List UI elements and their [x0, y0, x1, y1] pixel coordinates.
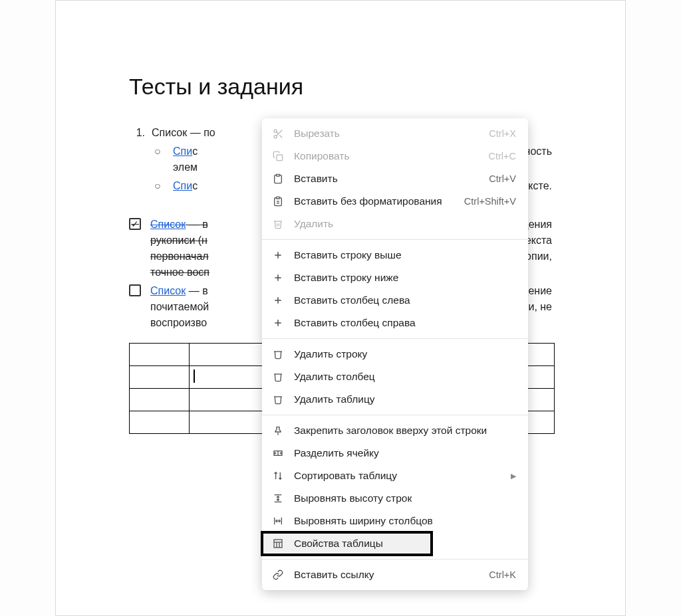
context-menu: Вырезать Ctrl+X Копировать Ctrl+C Встави… [262, 118, 528, 590]
trash-icon [271, 394, 285, 405]
link-text[interactable]: Список [150, 219, 186, 230]
copy-icon [271, 151, 285, 161]
svg-rect-6 [276, 174, 279, 176]
plus-icon [271, 318, 285, 328]
checkbox-checked-icon[interactable]: ✓ [129, 218, 141, 230]
cut-icon [271, 128, 285, 140]
menu-sort-table[interactable]: Сортировать таблицу ▶ [262, 464, 528, 487]
doc-title: Тесты и задания [129, 74, 552, 100]
menu-delete[interactable]: Удалить [262, 213, 528, 235]
trash-icon [271, 371, 285, 382]
checkbox-unchecked-icon[interactable] [129, 284, 141, 296]
link-text[interactable]: Спи [173, 180, 192, 191]
svg-line-3 [279, 135, 282, 138]
list-text-tail: — по [187, 127, 215, 138]
menu-insert-link[interactable]: Вставить ссылку Ctrl+K [262, 564, 528, 586]
menu-separator [262, 415, 528, 415]
menu-distribute-rows[interactable]: Выровнять высоту строк [262, 487, 528, 510]
text-tail: екста [525, 233, 552, 249]
menu-copy[interactable]: Копировать Ctrl+C [262, 145, 528, 167]
svg-rect-5 [277, 155, 283, 161]
trash-icon [271, 219, 285, 229]
menu-insert-row-below[interactable]: Вставить строку ниже [262, 266, 528, 289]
list-number: 1. [129, 125, 152, 141]
svg-rect-7 [276, 197, 279, 199]
menu-insert-col-right[interactable]: Вставить столбец справа [262, 312, 528, 334]
svg-line-4 [276, 132, 278, 134]
text-cursor [194, 369, 195, 383]
menu-delete-col[interactable]: Удалить столбец [262, 365, 528, 388]
menu-separator [262, 239, 528, 240]
menu-distribute-cols[interactable]: Выровнять ширину столбцов [262, 510, 528, 532]
link-text[interactable]: Список [150, 285, 186, 296]
paste-plain-icon [271, 196, 285, 207]
svg-rect-28 [274, 540, 282, 548]
menu-cut[interactable]: Вырезать Ctrl+X [262, 122, 528, 145]
menu-delete-table[interactable]: Удалить таблицу [262, 388, 528, 411]
menu-paste[interactable]: Вставить Ctrl+V [262, 167, 528, 190]
menu-insert-row-above[interactable]: Вставить строку выше [262, 244, 528, 266]
svg-point-0 [274, 130, 277, 132]
split-cell-icon [271, 448, 285, 459]
menu-paste-plain[interactable]: Вставить без форматирования Ctrl+Shift+V [262, 190, 528, 213]
distribute-cols-icon [271, 516, 285, 526]
svg-point-1 [274, 135, 277, 138]
list-text: Список [152, 127, 187, 138]
plus-icon [271, 250, 285, 260]
distribute-rows-icon [271, 493, 285, 504]
menu-delete-row[interactable]: Удалить строку [262, 343, 528, 365]
menu-separator [262, 559, 528, 560]
menu-split-cell[interactable]: Разделить ячейку [262, 442, 528, 464]
document-page: Тесты и задания 1. Список — по ○ Спис ат… [55, 0, 626, 616]
menu-pin-header[interactable]: Закрепить заголовок вверху этой строки [262, 419, 528, 442]
pin-icon [271, 425, 285, 436]
table-icon [271, 538, 285, 549]
link-text[interactable]: Спи [173, 146, 192, 157]
link-icon [271, 569, 285, 580]
menu-insert-col-left[interactable]: Вставить столбец слева [262, 289, 528, 312]
plus-icon [271, 295, 285, 306]
bullet-icon: ○ [154, 144, 173, 175]
sort-icon [271, 470, 285, 481]
trash-icon [271, 349, 285, 359]
plus-icon [271, 272, 285, 283]
paste-icon [271, 173, 285, 184]
menu-separator [262, 338, 528, 339]
text-line: элем [173, 161, 198, 173]
chevron-right-icon: ▶ [511, 472, 516, 480]
bullet-icon: ○ [154, 178, 173, 194]
menu-table-properties[interactable]: Свойства таблицы [262, 532, 432, 555]
